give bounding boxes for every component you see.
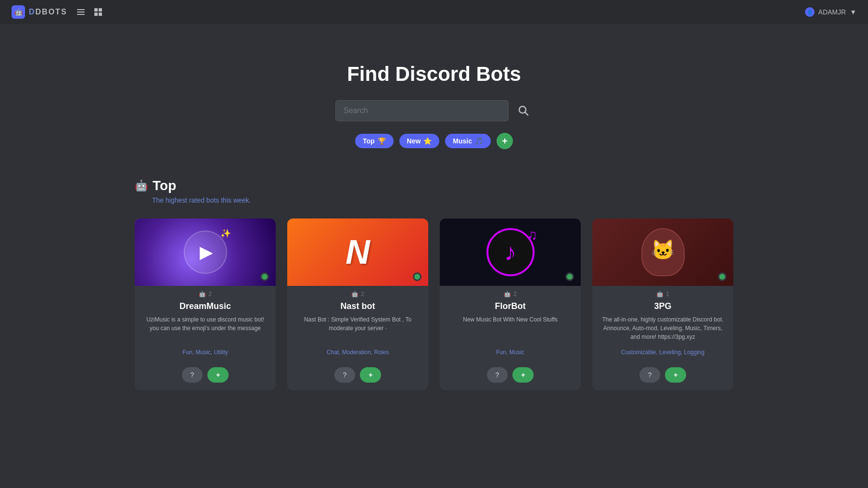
- nav-list-icon[interactable]: [75, 6, 87, 18]
- server-count-florbot: 🤖 2: [447, 291, 573, 297]
- svg-rect-5: [94, 13, 98, 16]
- bot-desc-nastbot: Nast Bot : Simple Verified System Bot , …: [295, 315, 421, 344]
- card-body-3pg: 🤖 1 3PG The all-in-one, highly customiza…: [592, 286, 733, 367]
- section-subtitle: The highest rated bots this week.: [152, 196, 733, 204]
- bot-tags-3pg: Customizable, Leveling, Logging: [600, 349, 726, 356]
- info-button-florbot[interactable]: ?: [487, 367, 508, 383]
- navbar: 🤖 DDBOTS 👤 ADAMJR: [0, 0, 868, 24]
- server-count-icon4: 🤖: [656, 291, 664, 297]
- dropdown-icon: ▼: [850, 8, 856, 16]
- bot-avatar-3pg: 🐱: [592, 218, 733, 286]
- hero-section: Find Discord Bots Top 🏆 New ⭐ Music 🎵 +: [0, 24, 868, 168]
- tag-music-button[interactable]: Music 🎵: [445, 134, 491, 148]
- user-menu[interactable]: 👤 ADAMJR ▼: [805, 7, 856, 17]
- search-area: [335, 100, 533, 121]
- card-actions-3pg: ? +: [592, 367, 733, 383]
- online-indicator: [565, 272, 574, 281]
- bot-card-3pg[interactable]: 🐱 🤖 1 3PG The all-in-one, highly customi…: [592, 218, 733, 390]
- logo[interactable]: 🤖 DDBOTS: [12, 5, 67, 19]
- bot-tags-nastbot: Chat, Moderation, Roles: [295, 349, 421, 356]
- bot-tags-florbot: Fun, Music: [447, 349, 573, 356]
- tag-add-button[interactable]: +: [497, 133, 513, 149]
- search-button[interactable]: [514, 102, 533, 120]
- bot-card-nastbot[interactable]: N 🤖 2 Nast bot Nast Bot : Simple Verifie…: [287, 218, 428, 390]
- bot-name-dreammusic: DreamMusic: [142, 301, 268, 311]
- tag-top-label: Top: [363, 137, 375, 145]
- server-count-icon3: 🤖: [504, 291, 511, 297]
- server-count-dreammusic: 🤖 2: [142, 291, 268, 297]
- info-button-3pg[interactable]: ?: [639, 367, 661, 383]
- username-label: ADAMJR: [818, 8, 846, 16]
- bot-card-florbot[interactable]: ♪ ♫ 🤖 2 FlorBot New Music Bot With New C…: [440, 218, 581, 390]
- user-avatar-icon: 👤: [805, 7, 815, 17]
- tag-top-icon: 🏆: [378, 137, 386, 145]
- server-count-value2: 2: [361, 291, 364, 297]
- bot-desc-3pg: The all-in-one, highly customizable Disc…: [600, 315, 726, 344]
- card-body-nastbot: 🤖 2 Nast bot Nast Bot : Simple Verified …: [287, 286, 428, 367]
- info-button-nastbot[interactable]: ?: [334, 367, 356, 383]
- tag-plus-icon: +: [502, 136, 508, 147]
- server-count-value3: 2: [513, 291, 517, 297]
- section-title-label: Top: [153, 178, 176, 193]
- add-button-nastbot[interactable]: +: [360, 367, 381, 383]
- card-actions-dreammusic: ? +: [135, 367, 276, 383]
- server-count-value4: 1: [666, 291, 669, 297]
- section-robot-icon: 🤖: [135, 180, 148, 192]
- section-header: 🤖 Top The highest rated bots this week.: [135, 178, 733, 204]
- tag-music-label: Music: [453, 137, 472, 145]
- tag-top-button[interactable]: Top 🏆: [355, 134, 394, 148]
- bot-avatar-florbot: ♪ ♫: [440, 218, 581, 286]
- tag-new-icon: ⭐: [423, 137, 432, 145]
- bots-grid: ▶ ✨ 🤖 2 DreamMusic UziMusic is a simple …: [135, 218, 733, 390]
- nav-grid-icon[interactable]: [92, 6, 104, 18]
- svg-rect-3: [94, 8, 98, 12]
- add-button-3pg[interactable]: +: [665, 367, 686, 383]
- svg-rect-1: [77, 12, 85, 13]
- add-button-florbot[interactable]: +: [512, 367, 534, 383]
- server-count-nastbot: 🤖 2: [295, 291, 421, 297]
- card-body-florbot: 🤖 2 FlorBot New Music Bot With New Cool …: [440, 286, 581, 367]
- online-indicator: [718, 272, 727, 281]
- hero-title: Find Discord Bots: [347, 63, 521, 86]
- tag-music-icon: 🎵: [475, 137, 483, 145]
- search-input[interactable]: [335, 100, 509, 121]
- online-indicator: [260, 272, 269, 281]
- logo-text: DDBOTS: [29, 8, 67, 16]
- card-actions-nastbot: ? +: [287, 367, 428, 383]
- svg-line-8: [525, 113, 528, 116]
- bot-desc-florbot: New Music Bot With New Cool Stuffs: [447, 315, 573, 344]
- server-count-icon2: 🤖: [351, 291, 358, 297]
- section-title: 🤖 Top: [135, 178, 733, 193]
- server-count-3pg: 🤖 1: [600, 291, 726, 297]
- svg-rect-6: [99, 13, 102, 16]
- filter-tags: Top 🏆 New ⭐ Music 🎵 +: [355, 133, 513, 149]
- svg-rect-0: [77, 9, 85, 10]
- server-count-icon: 🤖: [199, 291, 206, 297]
- bot-tags-dreammusic: Fun, Music, Utility: [142, 349, 268, 356]
- card-body-dreammusic: 🤖 2 DreamMusic UziMusic is a simple to u…: [135, 286, 276, 367]
- info-button-dreammusic[interactable]: ?: [182, 367, 203, 383]
- add-button-dreammusic[interactable]: +: [207, 367, 229, 383]
- server-count-value: 2: [208, 291, 212, 297]
- bot-avatar-dreammusic: ▶ ✨: [135, 218, 276, 286]
- svg-rect-4: [99, 8, 102, 12]
- bot-name-nastbot: Nast bot: [295, 301, 421, 311]
- top-section: 🤖 Top The highest rated bots this week. …: [0, 178, 868, 390]
- svg-rect-2: [77, 14, 85, 15]
- bot-desc-dreammusic: UziMusic is a simple to use discord musi…: [142, 315, 268, 344]
- online-indicator: [413, 272, 421, 281]
- bot-card-dreammusic[interactable]: ▶ ✨ 🤖 2 DreamMusic UziMusic is a simple …: [135, 218, 276, 390]
- nav-icons: [75, 6, 104, 18]
- tag-new-label: New: [407, 137, 421, 145]
- card-actions-florbot: ? +: [440, 367, 581, 383]
- logo-icon: 🤖: [12, 5, 25, 19]
- bot-name-3pg: 3PG: [600, 301, 726, 311]
- navbar-left: 🤖 DDBOTS: [12, 5, 104, 19]
- bot-name-florbot: FlorBot: [447, 301, 573, 311]
- bot-avatar-nastbot: N: [287, 218, 428, 286]
- tag-new-button[interactable]: New ⭐: [399, 134, 440, 148]
